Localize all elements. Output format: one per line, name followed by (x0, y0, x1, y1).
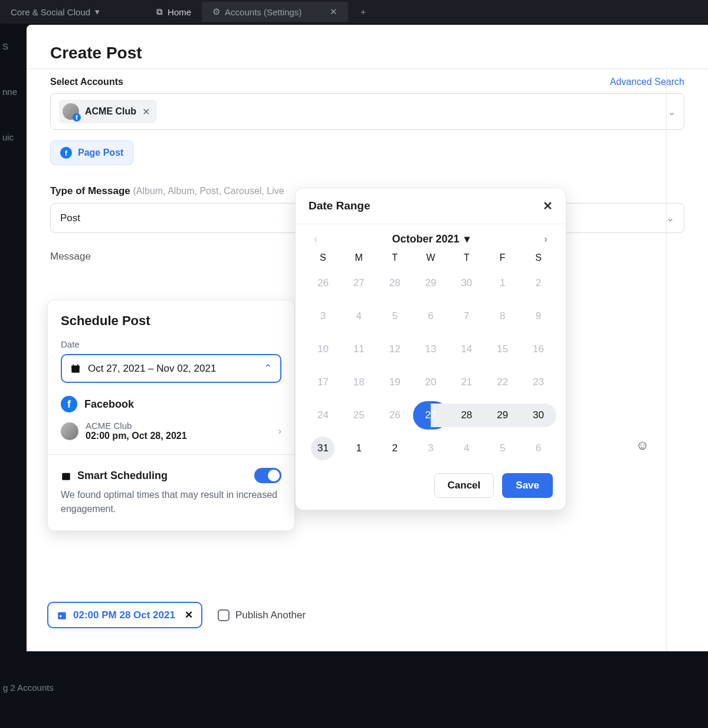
publish-another-checkbox[interactable] (218, 609, 230, 621)
calendar-day[interactable]: 11 (341, 335, 377, 363)
select-accounts-label: Select Accounts Advanced Search (50, 77, 684, 87)
month-picker[interactable]: October 2021 ▾ (392, 232, 469, 245)
workspace-name: Core & Social Cloud (11, 7, 90, 17)
workspace-switcher[interactable]: Core & Social Cloud ▾ (0, 2, 110, 22)
close-icon[interactable]: ✕ (543, 199, 553, 213)
calendar-day[interactable]: 3 (413, 434, 449, 463)
caret-down-icon: ▾ (464, 232, 470, 245)
calendar-week: 10111213141516 (296, 333, 566, 366)
calendar-day[interactable]: 13 (413, 335, 449, 363)
calendar-day[interactable]: 6 (520, 434, 556, 463)
svg-rect-6 (60, 615, 61, 617)
calendar-day[interactable]: 23 (520, 368, 556, 396)
calendar-day[interactable]: 27 (341, 269, 377, 297)
advanced-search-link[interactable]: Advanced Search (610, 77, 684, 87)
calendar-day[interactable]: 5 (377, 302, 413, 330)
svg-rect-1 (71, 365, 80, 368)
calendar-day[interactable]: 16 (520, 335, 556, 363)
facebook-icon: f (60, 147, 72, 159)
tab-accounts-label: Accounts (Settings) (225, 7, 301, 17)
calendar-day[interactable]: 31 (305, 434, 341, 463)
page-title: Create Post (50, 44, 684, 63)
tab-home[interactable]: ⧉ Home (146, 2, 202, 22)
vertical-divider (666, 70, 667, 651)
calendar-day[interactable]: 1 (341, 434, 377, 463)
schedule-title: Schedule Post (61, 313, 281, 329)
smart-scheduling-toggle[interactable] (254, 468, 281, 483)
calendar-weekday-row: SM TW TF S (296, 249, 566, 267)
calendar-day[interactable]: 10 (305, 335, 341, 363)
calendar-day[interactable]: 17 (305, 368, 341, 396)
calendar-day[interactable]: 2 (520, 269, 556, 297)
chevron-down-icon[interactable]: ⌄ (668, 106, 676, 117)
page-post-chip[interactable]: f Page Post (50, 140, 133, 165)
clear-schedule-icon[interactable]: ✕ (185, 609, 193, 621)
calendar-day[interactable]: 15 (484, 335, 520, 363)
publish-another-row[interactable]: Publish Another (218, 609, 306, 621)
calendar-icon (57, 610, 67, 621)
calendar-day[interactable]: 26 (377, 401, 413, 429)
calendar-day[interactable]: 27 (413, 401, 449, 429)
schedule-account-row[interactable]: ACME Club 02:00 pm, Oct 28, 2021 › (61, 421, 281, 441)
divider (27, 68, 708, 69)
calendar-day[interactable]: 29 (484, 404, 520, 427)
calendar-week: 31123456 (296, 432, 566, 465)
month-label: October 2021 (392, 233, 459, 245)
calendar-week: 262728293012 (296, 267, 566, 300)
svg-rect-5 (58, 612, 66, 619)
date-range-title: Date Range (309, 199, 371, 212)
calendar-day[interactable]: 20 (413, 368, 449, 396)
calendar-day[interactable]: 30 (448, 269, 484, 297)
prev-month-button[interactable]: ‹ (309, 233, 323, 245)
calendar-day[interactable]: 19 (377, 368, 413, 396)
emoji-picker-icon[interactable]: ☺ (636, 438, 649, 453)
gear-icon: ⚙ (212, 6, 220, 17)
cancel-button[interactable]: Cancel (434, 473, 494, 498)
calendar-day[interactable]: 26 (305, 269, 341, 297)
calendar-icon (61, 470, 71, 482)
remove-account-icon[interactable]: ✕ (142, 106, 150, 117)
calendar-day[interactable]: 24 (305, 401, 341, 429)
svg-rect-4 (62, 473, 70, 480)
save-button[interactable]: Save (502, 473, 553, 498)
smart-scheduling-label: Smart Scheduling (77, 470, 168, 482)
schedule-account-time: 02:00 pm, Oct 28, 2021 (86, 431, 187, 441)
calendar-day[interactable]: 25 (341, 401, 377, 429)
calendar-day[interactable]: 6 (413, 302, 449, 330)
background-topbar: Core & Social Cloud ▾ ⧉ Home ⚙ Accounts … (0, 0, 708, 24)
chevron-up-icon: ⌃ (264, 362, 272, 375)
calendar-day[interactable]: 22 (484, 368, 520, 396)
calendar-day[interactable]: 1 (484, 269, 520, 297)
calendar-day[interactable]: 2 (377, 434, 413, 463)
calendar-day[interactable]: 18 (341, 368, 377, 396)
date-range-popover: Date Range ✕ ‹ October 2021 ▾ › SM TW TF… (295, 188, 566, 510)
calendar-day[interactable]: 28 (377, 269, 413, 297)
type-value: Post (60, 212, 80, 224)
next-month-button[interactable]: › (539, 233, 553, 245)
close-tab-icon[interactable]: ✕ (330, 6, 337, 17)
schedule-network-row: f Facebook (61, 396, 281, 412)
scheduled-time-chip[interactable]: 02:00 PM 28 Oct 2021 ✕ (47, 602, 202, 628)
new-tab-button[interactable]: ＋ (348, 2, 378, 22)
calendar-day[interactable]: 7 (448, 302, 484, 330)
publish-another-label: Publish Another (235, 609, 306, 621)
background-sidebar: S nne uic (0, 24, 24, 728)
accounts-selector[interactable]: ACME Club ✕ ⌄ (50, 93, 684, 130)
avatar (61, 422, 78, 440)
calendar-day[interactable]: 8 (484, 302, 520, 330)
schedule-date-label: Date (61, 339, 281, 349)
calendar-day[interactable]: 12 (377, 335, 413, 363)
calendar-day[interactable]: 9 (520, 302, 556, 330)
divider (48, 454, 294, 455)
calendar-day[interactable]: 5 (484, 434, 520, 463)
calendar-day[interactable]: 30 (520, 404, 556, 427)
calendar-day[interactable]: 21 (448, 368, 484, 396)
date-range-button[interactable]: Oct 27, 2021 – Nov 02, 2021 ⌃ (61, 354, 281, 383)
tab-accounts[interactable]: ⚙ Accounts (Settings) ✕ (202, 2, 348, 22)
chevron-down-icon: ⌄ (666, 212, 674, 224)
calendar-day[interactable]: 29 (413, 269, 449, 297)
calendar-day[interactable]: 4 (448, 434, 484, 463)
calendar-day[interactable]: 3 (305, 302, 341, 330)
calendar-day[interactable]: 4 (341, 302, 377, 330)
calendar-day[interactable]: 14 (448, 335, 484, 363)
